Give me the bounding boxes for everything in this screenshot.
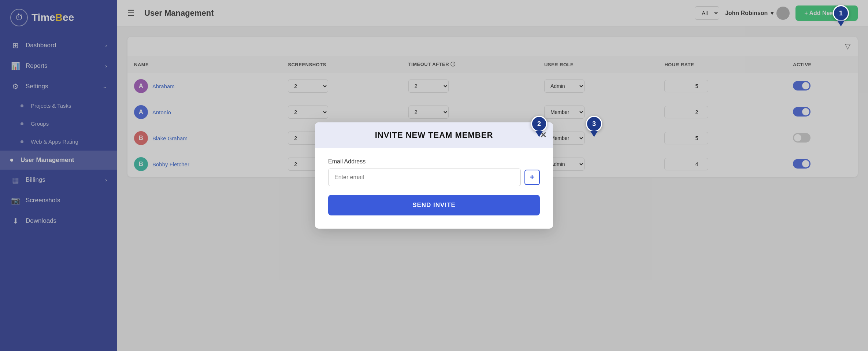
- modal-body: Email Address +: [315, 148, 553, 186]
- pin-2-tail: [535, 131, 543, 137]
- email-input[interactable]: [328, 169, 521, 186]
- pin-3: 3: [586, 116, 602, 137]
- pin-1-circle: 1: [833, 5, 849, 21]
- pin-2: 2: [531, 116, 547, 137]
- pin-2-circle: 2: [531, 116, 547, 132]
- pin-3-circle: 3: [586, 116, 602, 132]
- send-invite-button[interactable]: SEND INVITE: [328, 195, 540, 215]
- pin-1-tail: [837, 21, 845, 26]
- main-content: ☰ User Management All John Robinson ▾ + …: [117, 0, 868, 351]
- pin-1: 1: [833, 5, 849, 26]
- modal-overlay: 2 3 INVITE NEW TEAM MEMBER ✕ Email Addre…: [117, 0, 868, 351]
- invite-modal: 2 3 INVITE NEW TEAM MEMBER ✕ Email Addre…: [315, 122, 553, 229]
- email-row: +: [328, 169, 540, 186]
- pin-3-tail: [590, 131, 598, 137]
- add-email-button[interactable]: +: [524, 170, 540, 185]
- modal-header: INVITE NEW TEAM MEMBER ✕: [315, 122, 553, 148]
- email-label: Email Address: [328, 158, 540, 165]
- modal-title: INVITE NEW TEAM MEMBER: [375, 130, 493, 140]
